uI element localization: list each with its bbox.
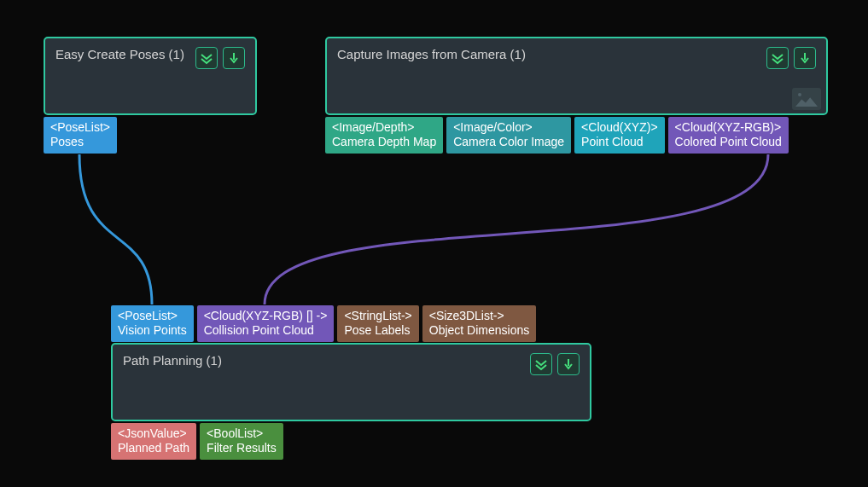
input-port-pose-labels[interactable]: <StringList-> Pose Labels	[337, 305, 418, 342]
node-title: Capture Images from Camera (1)	[337, 47, 766, 61]
execute-button[interactable]	[794, 47, 816, 69]
input-port-object-dimensions[interactable]: <Size3DList-> Object Dimensions	[422, 305, 537, 342]
image-preview-icon	[792, 88, 821, 110]
inputs-path-planning: <PoseList> Vision Points <Cloud(XYZ-RGB)…	[111, 305, 536, 342]
outputs-easy-create-poses: <PoseList> Poses	[44, 117, 117, 154]
outputs-capture-images: <Image/Depth> Camera Depth Map <Image/Co…	[325, 117, 789, 154]
execute-button[interactable]	[557, 353, 580, 375]
output-port-colored-point-cloud[interactable]: <Cloud(XYZ-RGB)> Colored Point Cloud	[668, 117, 789, 154]
output-port-filter-results[interactable]: <BoolList> Filter Results	[200, 423, 283, 460]
collapse-button[interactable]	[530, 353, 552, 375]
input-port-vision-points[interactable]: <PoseList> Vision Points	[111, 305, 194, 342]
node-title: Easy Create Poses (1)	[55, 47, 195, 61]
node-path-planning[interactable]: Path Planning (1)	[111, 343, 591, 421]
collapse-button[interactable]	[766, 47, 789, 69]
output-port-point-cloud[interactable]: <Cloud(XYZ)> Point Cloud	[574, 117, 664, 154]
execute-button[interactable]	[223, 47, 245, 69]
output-port-color-image[interactable]: <Image/Color> Camera Color Image	[446, 117, 571, 154]
node-easy-create-poses[interactable]: Easy Create Poses (1)	[44, 37, 257, 115]
output-port-poses[interactable]: <PoseList> Poses	[44, 117, 117, 154]
collapse-button[interactable]	[195, 47, 218, 69]
input-port-collision-point-cloud[interactable]: <Cloud(XYZ-RGB) [] -> Collision Point Cl…	[197, 305, 335, 342]
output-port-depth-map[interactable]: <Image/Depth> Camera Depth Map	[325, 117, 443, 154]
node-title: Path Planning (1)	[123, 353, 530, 368]
output-port-planned-path[interactable]: <JsonValue> Planned Path	[111, 423, 196, 460]
node-graph-canvas[interactable]: { "nodes": { "easyCreatePoses": { "title…	[0, 0, 868, 487]
outputs-path-planning: <JsonValue> Planned Path <BoolList> Filt…	[111, 423, 283, 460]
node-capture-images[interactable]: Capture Images from Camera (1)	[325, 37, 828, 115]
